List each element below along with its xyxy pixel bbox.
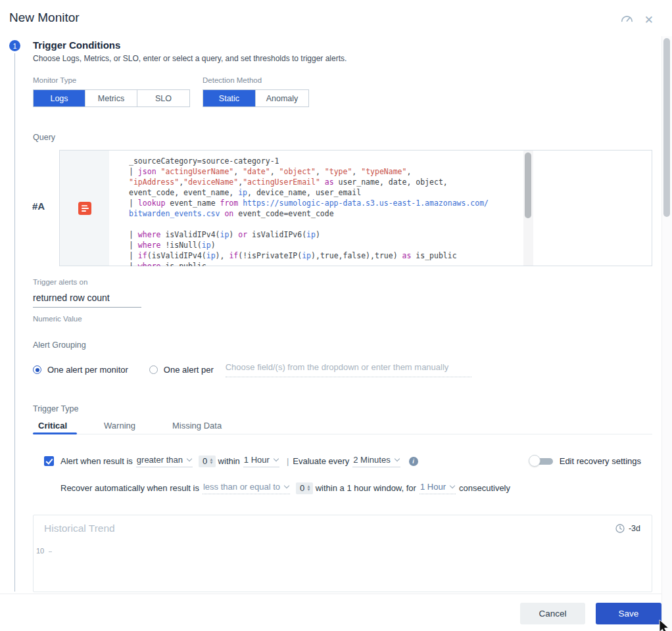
chevron-down-icon: [394, 456, 399, 461]
within-text: within: [218, 456, 240, 466]
detection-method-label: Detection Method: [203, 76, 262, 84]
monitor-type-label: Monitor Type: [33, 76, 76, 84]
trigger-alerts-on-helper: Numeric Value: [33, 315, 82, 323]
monitor-type-group: Logs Metrics SLO: [33, 89, 190, 107]
alert-grouping-options: One alert per monitor One alert per Choo…: [33, 362, 471, 377]
radio-one-alert-per-monitor-label: One alert per monitor: [47, 365, 128, 375]
close-icon[interactable]: ✕: [644, 14, 654, 26]
cancel-button[interactable]: Cancel: [520, 603, 585, 624]
trigger-alerts-on-label: Trigger alerts on: [33, 278, 87, 286]
edit-recovery-toggle[interactable]: [529, 455, 554, 467]
comparator-dropdown[interactable]: greater than: [136, 455, 193, 467]
section-title: Trigger Conditions: [33, 39, 120, 51]
evaluate-every-text: Evaluate every: [293, 456, 349, 466]
query-scrollbar[interactable]: [523, 151, 533, 266]
clock-icon: [615, 524, 625, 533]
stepper-down-icon: ▼: [209, 461, 213, 464]
time-window-dropdown[interactable]: 1 Hour: [243, 455, 279, 467]
radio-one-alert-per[interactable]: [149, 365, 158, 374]
active-tab-underline: [33, 432, 77, 434]
edit-recovery-label: Edit recovery settings: [560, 456, 641, 466]
monitor-type-metrics-button[interactable]: Metrics: [85, 90, 137, 106]
recover-comparator-dropdown[interactable]: less than or equal to: [203, 482, 290, 494]
recover-window-dropdown[interactable]: 1 Hour: [420, 482, 456, 494]
recovery-settings-control: Edit recovery settings: [529, 455, 641, 467]
info-icon[interactable]: i: [409, 457, 418, 466]
dialog-title: New Monitor: [9, 11, 80, 25]
recover-prefix-text: Recover automatically when result is: [60, 483, 199, 493]
query-label: Query: [33, 133, 55, 142]
section-subtitle: Choose Logs, Metrics, or SLO, enter or s…: [33, 54, 347, 63]
chevron-down-icon: [450, 483, 455, 488]
frequency-dropdown[interactable]: 2 Minutes: [352, 455, 400, 467]
trigger-type-label: Trigger Type: [33, 404, 78, 413]
time-range-value: -3d: [629, 524, 640, 533]
alert-grouping-label: Alert Grouping: [33, 340, 86, 350]
recovery-condition-row: Recover automatically when result is les…: [60, 482, 510, 494]
recover-threshold-stepper[interactable]: 0▲▼: [296, 482, 313, 494]
mouse-cursor: [659, 619, 672, 631]
page-scrollbar[interactable]: [661, 36, 672, 631]
radio-one-alert-per-label: One alert per: [164, 365, 214, 375]
alert-prefix-text: Alert when result is: [60, 456, 133, 466]
gauge-icon[interactable]: [619, 12, 634, 28]
query-gutter: [60, 151, 109, 266]
step-number-badge: 1: [9, 40, 20, 51]
dialog-footer: Cancel Save: [0, 594, 672, 631]
monitor-type-logs-button[interactable]: Logs: [34, 90, 85, 106]
stepper-down-icon: ▼: [306, 488, 310, 491]
query-code-editor[interactable]: _sourceCategory=source-category-1| json …: [129, 156, 523, 266]
step-connector-line: [14, 53, 15, 592]
alert-condition-row: Alert when result is greater than 0▲▼ wi…: [44, 455, 418, 467]
radio-one-alert-per-monitor[interactable]: [33, 365, 41, 374]
recover-suffix-text: consecutively: [459, 483, 510, 493]
recover-middle-text: within a 1 hour window, for: [316, 483, 416, 493]
trigger-alerts-on-field[interactable]: returned row count: [33, 292, 141, 308]
chevron-down-icon: [284, 483, 289, 488]
group-fields-input[interactable]: Choose field/(s) from the dropdown or en…: [226, 362, 471, 377]
page-scrollbar-thumb[interactable]: [663, 38, 670, 217]
alert-enabled-checkbox[interactable]: [44, 456, 54, 466]
y-axis-tick-mark: [49, 551, 52, 552]
historical-trend-panel: Historical Trend -3d 10: [33, 515, 652, 592]
tabs-divider: [33, 434, 652, 434]
time-range-control[interactable]: -3d: [615, 524, 640, 533]
monitor-type-slo-button[interactable]: SLO: [137, 90, 189, 106]
tab-missing-data[interactable]: Missing Data: [167, 421, 227, 440]
historical-trend-title: Historical Trend: [44, 523, 115, 534]
trigger-type-tabs: Critical Warning Missing Data: [33, 421, 253, 440]
save-button[interactable]: Save: [596, 603, 661, 624]
query-row-label: #A: [32, 200, 45, 212]
threshold-stepper[interactable]: 0▲▼: [199, 456, 216, 467]
tab-critical[interactable]: Critical: [33, 421, 72, 440]
y-axis-tick: 10: [36, 547, 44, 555]
tab-warning[interactable]: Warning: [99, 421, 141, 440]
detection-static-button[interactable]: Static: [203, 90, 256, 106]
chevron-down-icon: [187, 456, 192, 461]
query-panel: _sourceCategory=source-category-1| json …: [59, 150, 652, 266]
detection-method-group: Static Anomaly: [203, 89, 309, 107]
query-scrollbar-thumb[interactable]: [525, 152, 531, 218]
chevron-down-icon: [274, 456, 279, 461]
logs-source-icon: [78, 202, 91, 215]
separator: |: [287, 456, 289, 466]
new-monitor-dialog: { "header": { "title": "New Monitor" }, …: [0, 0, 672, 631]
detection-anomaly-button[interactable]: Anomaly: [256, 90, 308, 106]
